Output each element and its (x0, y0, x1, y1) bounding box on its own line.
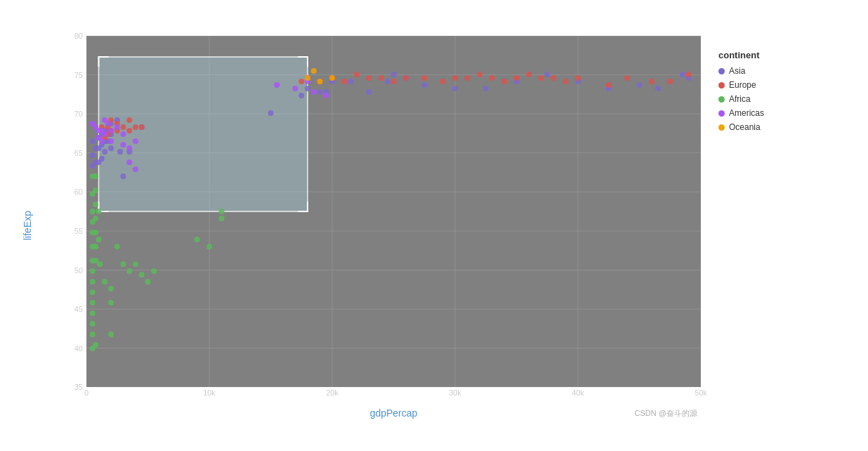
legend-items: AsiaEuropeAfricaAmericasOceania (718, 66, 810, 132)
svg-point-78 (117, 149, 123, 155)
svg-point-41 (96, 237, 102, 242)
svg-point-114 (126, 128, 132, 133)
legend-label: Americas (729, 108, 764, 118)
legend-label: Europe (729, 80, 756, 90)
svg-point-24 (90, 268, 96, 274)
svg-point-89 (367, 89, 372, 95)
legend-dot (718, 68, 725, 74)
svg-point-52 (145, 279, 151, 285)
svg-point-53 (151, 268, 157, 274)
svg-point-131 (477, 72, 482, 77)
svg-point-42 (97, 261, 103, 267)
svg-point-55 (206, 244, 212, 249)
svg-point-113 (126, 117, 132, 123)
svg-point-171 (329, 75, 335, 81)
svg-point-117 (298, 79, 304, 84)
svg-point-35 (93, 216, 98, 221)
svg-point-153 (105, 121, 111, 126)
svg-point-162 (133, 166, 138, 172)
svg-point-169 (317, 79, 323, 84)
legend-label: Africa (729, 94, 751, 104)
svg-point-160 (133, 138, 138, 144)
svg-point-112 (121, 124, 126, 130)
legend-item: Europe (718, 80, 810, 90)
svg-point-90 (385, 79, 390, 84)
svg-point-125 (391, 79, 397, 84)
svg-point-141 (624, 75, 630, 81)
svg-point-44 (108, 286, 114, 292)
svg-point-135 (526, 72, 532, 77)
legend-dot (718, 96, 725, 103)
svg-point-129 (452, 75, 458, 81)
x-tick-label: 50k (695, 388, 707, 397)
svg-point-68 (99, 156, 105, 162)
legend-item: Asia (718, 66, 810, 76)
svg-point-140 (606, 82, 612, 88)
y-tick-label: 35 (74, 383, 83, 391)
svg-point-132 (489, 75, 495, 81)
svg-point-139 (575, 75, 581, 81)
y-axis-label: lifeExp (22, 211, 33, 240)
svg-point-79 (121, 174, 126, 179)
chart-svg (86, 36, 701, 387)
svg-point-137 (551, 75, 556, 81)
svg-point-58 (90, 138, 96, 144)
svg-point-143 (667, 79, 673, 84)
svg-point-116 (139, 124, 145, 130)
svg-point-138 (563, 79, 569, 84)
svg-point-100 (637, 82, 643, 88)
svg-point-170 (311, 68, 317, 74)
legend-label: Oceania (729, 122, 761, 132)
svg-point-150 (99, 138, 105, 144)
legend-title: continent (718, 50, 810, 60)
svg-point-154 (108, 128, 114, 133)
svg-point-126 (403, 75, 409, 81)
svg-point-124 (379, 75, 384, 81)
svg-point-25 (90, 279, 96, 285)
svg-point-123 (367, 75, 372, 81)
x-tick-label: 10k (203, 388, 216, 397)
svg-point-168 (305, 75, 310, 81)
svg-point-32 (93, 174, 98, 179)
svg-point-39 (93, 342, 98, 348)
svg-point-93 (421, 82, 427, 88)
y-tick-label: 75 (74, 71, 83, 79)
svg-point-84 (305, 86, 310, 91)
x-axis-label: gdpPercap (86, 407, 701, 419)
svg-point-115 (133, 124, 138, 130)
svg-point-46 (108, 332, 114, 337)
svg-point-159 (126, 145, 132, 151)
svg-point-161 (126, 159, 132, 165)
legend-item: Americas (718, 108, 810, 118)
watermark: CSDN @奋斗的源 (635, 408, 697, 419)
svg-point-165 (293, 86, 298, 91)
svg-point-134 (514, 75, 520, 81)
svg-point-144 (686, 72, 692, 77)
svg-point-71 (102, 149, 107, 155)
svg-point-97 (544, 72, 550, 77)
x-tick-label: 20k (326, 388, 338, 397)
legend-dot (718, 82, 725, 89)
legend-dot (718, 124, 725, 131)
svg-point-133 (501, 79, 507, 84)
svg-point-127 (421, 75, 427, 81)
svg-point-49 (126, 268, 132, 274)
y-tick-label: 65 (74, 149, 83, 157)
svg-point-48 (121, 261, 126, 267)
svg-point-59 (90, 152, 96, 158)
plot-area (86, 36, 701, 387)
svg-rect-16 (99, 57, 308, 211)
svg-point-91 (391, 72, 397, 77)
svg-point-36 (93, 230, 98, 235)
svg-point-152 (102, 131, 107, 137)
svg-point-33 (93, 188, 98, 193)
svg-point-40 (96, 209, 102, 214)
y-tick-label: 45 (74, 305, 83, 313)
y-axis-ticks: 35404550556065707580 (48, 36, 86, 387)
svg-point-47 (114, 244, 120, 249)
svg-point-122 (354, 72, 360, 77)
svg-point-156 (114, 124, 120, 130)
legend: continent AsiaEuropeAfricaAmericasOceani… (708, 43, 820, 143)
y-tick-label: 70 (74, 110, 83, 118)
legend-item: Oceania (718, 122, 810, 132)
